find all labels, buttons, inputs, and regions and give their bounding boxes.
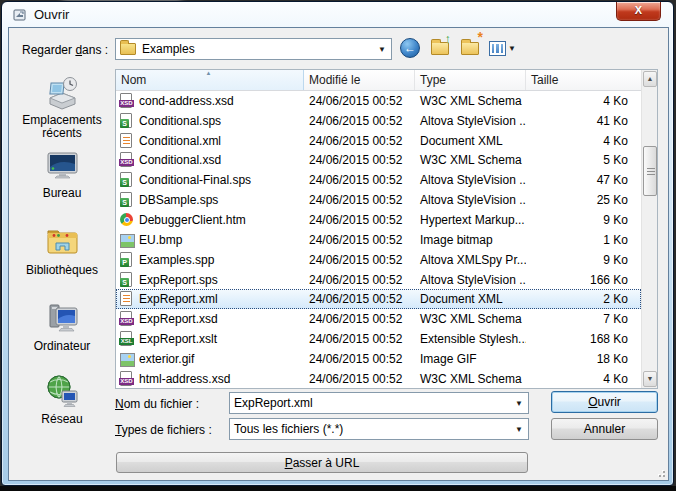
sidebar-item-libraries[interactable]: Bibliothèques	[12, 224, 112, 277]
sidebar-item-label: Ordinateur	[34, 340, 91, 353]
file-name: DBSample.sps	[139, 193, 218, 207]
file-modified: 24/06/2015 00:52	[304, 134, 415, 148]
column-header-label: Nom	[121, 73, 146, 87]
file-type: W3C XML Schema	[415, 94, 526, 108]
column-header-size[interactable]: Taille	[526, 70, 641, 90]
open-button[interactable]: Ouvrir	[551, 391, 658, 413]
scroll-down-button[interactable]: ▼	[643, 371, 657, 387]
sidebar-item-label: Bureau	[43, 187, 82, 200]
folder-icon	[120, 43, 136, 55]
scroll-up-button[interactable]: ▲	[643, 71, 657, 87]
new-star-icon: *	[478, 29, 483, 45]
scrollbar-thumb[interactable]	[643, 146, 657, 196]
column-header-type[interactable]: Type	[415, 70, 526, 90]
open-file-dialog: Ouvrir X Regarder dans : Examples ▼ ← ↑ …	[1, 1, 674, 486]
switch-to-url-button[interactable]: Passer à URL	[116, 452, 528, 473]
file-type-icon	[119, 272, 134, 288]
file-row[interactable]: Examples.spp 24/06/2015 00:52 Altova XML…	[116, 250, 641, 270]
file-row[interactable]: Conditional-Final.sps 24/06/2015 00:52 A…	[116, 170, 641, 190]
file-type: Image bitmap	[415, 233, 526, 247]
file-row[interactable]: Conditional.sps 24/06/2015 00:52 Altova …	[116, 111, 641, 131]
sort-ascending-icon: ▲	[206, 70, 212, 76]
file-name: ExpReport.sps	[139, 273, 218, 287]
file-row[interactable]: DBSample.sps 24/06/2015 00:52 Altova Sty…	[116, 190, 641, 210]
file-size: 4 Ko	[526, 372, 641, 386]
titlebar[interactable]: Ouvrir	[2, 2, 673, 27]
look-in-combobox[interactable]: Examples ▼	[115, 38, 392, 60]
back-button[interactable]: ←	[399, 37, 421, 59]
file-modified: 24/06/2015 00:52	[304, 292, 415, 306]
file-row[interactable]: ExpReport.xslt 24/06/2015 00:52 Extensib…	[116, 329, 641, 349]
file-size: 25 Ko	[526, 193, 641, 207]
sidebar-item-network[interactable]: Réseau	[12, 373, 112, 426]
file-modified: 24/06/2015 00:52	[304, 94, 415, 108]
column-header-modified[interactable]: Modifié le	[304, 70, 415, 90]
file-type: Altova StyleVision ...	[415, 193, 526, 207]
back-icon: ←	[400, 38, 420, 58]
file-size: 41 Ko	[526, 114, 641, 128]
file-size: 2 Ko	[526, 292, 641, 306]
file-size: 168 Ko	[526, 332, 641, 346]
file-name: DebuggerClient.htm	[139, 213, 246, 227]
desktop-icon	[44, 147, 81, 184]
up-one-level-button[interactable]: ↑	[429, 37, 451, 59]
file-type-icon	[119, 351, 134, 367]
file-type: W3C XML Schema	[415, 312, 526, 326]
file-row[interactable]: html-address.xsd 24/06/2015 00:52 W3C XM…	[116, 369, 641, 388]
file-name: Examples.spp	[139, 253, 214, 267]
file-list-header: ▲ Nom Modifié le Type Taille	[116, 70, 641, 91]
file-name: exterior.gif	[139, 352, 194, 366]
file-type-icon	[119, 252, 134, 268]
file-modified: 24/06/2015 00:52	[304, 173, 415, 187]
file-row[interactable]: Conditional.xsd 24/06/2015 00:52 W3C XML…	[116, 151, 641, 171]
file-size: 9 Ko	[526, 213, 641, 227]
file-size: 7 Ko	[526, 312, 641, 326]
sidebar-item-label: Réseau	[41, 413, 82, 426]
sidebar-item-label: Bibliothèques	[26, 264, 98, 277]
file-row[interactable]: ExpReport.xsd 24/06/2015 00:52 W3C XML S…	[116, 309, 641, 329]
view-menu-button[interactable]: ▼	[489, 37, 516, 59]
file-row[interactable]: ExpReport.xml 24/06/2015 00:52 Document …	[116, 289, 641, 309]
file-type-icon	[119, 93, 134, 109]
chevron-down-icon[interactable]: ▼	[515, 426, 523, 434]
sidebar-item-computer[interactable]: Ordinateur	[12, 300, 112, 353]
file-modified: 24/06/2015 00:52	[304, 332, 415, 346]
sidebar-item-desktop[interactable]: Bureau	[12, 147, 112, 200]
column-header-name[interactable]: ▲ Nom	[116, 70, 304, 90]
file-row[interactable]: exterior.gif 24/06/2015 00:52 Image GIF …	[116, 349, 641, 369]
file-name-combobox[interactable]: ExpReport.xml ▼	[229, 392, 529, 414]
file-size: 1 Ko	[526, 233, 641, 247]
file-type: Document XML	[415, 292, 526, 306]
file-row[interactable]: cond-address.xsd 24/06/2015 00:52 W3C XM…	[116, 91, 641, 111]
file-type-icon	[119, 232, 134, 248]
file-row[interactable]: EU.bmp 24/06/2015 00:52 Image bitmap 1 K…	[116, 230, 641, 250]
sidebar-item-recent-places[interactable]: Emplacements récents	[12, 74, 112, 140]
chevron-down-icon[interactable]: ▼	[515, 400, 523, 408]
file-type-combobox[interactable]: Tous les fichiers (*.*) ▼	[229, 418, 529, 440]
file-type-icon	[119, 291, 134, 307]
new-folder-icon	[461, 42, 479, 55]
file-row[interactable]: ExpReport.sps 24/06/2015 00:52 Altova St…	[116, 270, 641, 290]
chevron-down-icon: ▼	[508, 44, 516, 53]
cancel-button[interactable]: Annuler	[551, 418, 658, 440]
file-type-icon	[119, 192, 134, 208]
chevron-down-icon[interactable]: ▼	[378, 46, 386, 54]
file-size: 4 Ko	[526, 134, 641, 148]
file-name: Conditional-Final.sps	[139, 173, 251, 187]
dialog-toolbar: ← ↑ * ▼	[399, 37, 516, 59]
create-new-folder-button[interactable]: *	[459, 37, 481, 59]
file-modified: 24/06/2015 00:52	[304, 233, 415, 247]
file-modified: 24/06/2015 00:52	[304, 372, 415, 386]
column-header-label: Modifié le	[309, 73, 360, 87]
file-type-icon	[119, 152, 134, 168]
resize-grip[interactable]	[656, 468, 665, 477]
computer-icon	[44, 300, 81, 337]
close-button[interactable]: X	[616, 2, 661, 21]
file-row[interactable]: DebuggerClient.htm 24/06/2015 00:52 Hype…	[116, 210, 641, 230]
file-type: Extensible Stylesh...	[415, 332, 526, 346]
vertical-scrollbar[interactable]: ▲ ▼	[641, 70, 657, 388]
file-type-icon	[119, 371, 134, 387]
file-name: Conditional.xml	[139, 134, 221, 148]
recent-places-icon	[44, 74, 81, 111]
file-row[interactable]: Conditional.xml 24/06/2015 00:52 Documen…	[116, 131, 641, 151]
